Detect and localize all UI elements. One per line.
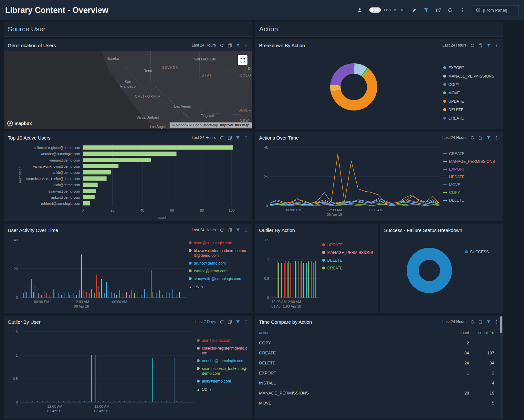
user-icon[interactable] [357,8,362,13]
refresh-icon[interactable] [220,228,224,232]
time-range-button[interactable]: Last 24 Hours [442,135,466,140]
legend-marker [197,339,200,342]
geo-map[interactable]: EurekaSalt Lake CityRenoNEVADASanFrancis… [4,51,252,129]
filter-icon[interactable] [236,228,240,232]
copy-icon[interactable] [228,136,232,140]
filter-icon[interactable] [236,320,240,324]
legend-marker [322,243,325,246]
table-row: CREATE84107 [259,348,494,358]
copy-icon[interactable] [478,136,483,140]
legend-prev-icon[interactable]: ▲ [197,388,200,391]
copy-icon[interactable] [228,320,232,324]
legend-item[interactable]: UPDATE [443,99,499,104]
legend-item[interactable]: CREATE [443,152,497,156]
legend-item[interactable]: UPDATE [443,175,497,180]
filter-icon[interactable] [236,43,240,47]
legend-item[interactable]: anusha@sumologic.com [197,359,248,363]
refresh-icon[interactable] [448,8,453,13]
filter-icon[interactable] [236,136,240,140]
table-row: COPY2 [259,338,494,348]
svg-text:48: 48 [264,146,268,150]
copy-icon[interactable] [478,43,483,47]
time-range-button[interactable]: Last 24 Hours [442,320,466,324]
time-range-selector[interactable]: [From Panel] [472,5,519,15]
legend-item[interactable]: alok@demo.com [197,379,248,384]
legend-item[interactable]: COPY [443,190,497,195]
copy-icon[interactable] [478,320,483,324]
share-icon[interactable] [436,8,441,13]
kebab-menu-icon[interactable] [495,136,499,140]
legend-item[interactable]: alan@demo.com [197,338,248,343]
column-header[interactable]: action [259,331,440,335]
legend-item[interactable]: MANAGE_PERMISSIONS [443,159,497,164]
legend-item[interactable]: SUCCESS [465,250,497,255]
refresh-icon[interactable] [220,136,224,140]
filter-icon[interactable] [487,320,491,324]
legend-next-icon[interactable]: ▼ [209,388,212,391]
legend-item[interactable]: CREATE [443,116,499,121]
expand-map-button[interactable] [238,55,247,65]
edit-pencil-icon[interactable] [412,8,417,13]
legend-item[interactable]: rsafaie@demo.com [189,269,247,274]
kebab-menu-icon[interactable] [495,320,499,324]
legend-marker [443,75,446,78]
copy-icon[interactable] [228,228,232,232]
time-range-button[interactable]: Last 7 Days [195,320,216,324]
live-mode-toggle[interactable] [369,7,381,13]
legend-item[interactable]: DELETE [322,258,374,263]
refresh-icon[interactable] [470,43,475,47]
legend-item[interactable]: EXPORT [443,167,497,172]
time-range-button[interactable]: Last 24 Hours [442,43,466,47]
legend-item[interactable]: DELETE [443,198,497,203]
legend-item[interactable]: COPY [443,82,499,87]
kebab-menu-icon[interactable] [460,8,465,13]
time-range-button[interactable]: Last 24 Hours [192,135,216,140]
page-title: Library Content - Overview [5,5,109,15]
legend-item[interactable]: MANAGE_PERMISSIONS [322,250,374,255]
actions-over-time-legend: CREATEMANAGE_PERMISSIONSEXPORTUPDATEMOVE… [443,144,497,221]
svg-text:60: 60 [170,208,174,212]
legend-item[interactable]: blazar+nitedemoadmin_notmulti@demo.com [189,248,247,258]
legend-item[interactable]: UPDATE [322,243,374,247]
kebab-menu-icon[interactable] [244,320,248,324]
legend-prev-icon[interactable]: ▲ [189,285,192,289]
column-header[interactable]: _count [440,331,469,335]
user-activity-chart: 0204006:00 PM12:00 AM06 Apr 1806:00 AM [8,236,189,312]
legend-item[interactable]: bruno@demo.com [189,261,247,266]
scrollbar-thumb[interactable] [500,316,502,333]
copy-icon[interactable] [228,43,232,47]
legend-item[interactable]: MANAGE_PERMISSIONS [443,74,499,79]
column-header[interactable]: _count_1d [469,331,494,335]
refresh-icon[interactable] [470,136,475,140]
legend-marker [443,161,447,162]
table-scrollbar[interactable] [500,316,503,419]
panel-title: Actions Over Time [259,135,299,141]
legend-item[interactable]: DELETE [443,108,499,112]
legend-item[interactable]: collector-register@demo.com [197,346,248,356]
kebab-menu-icon[interactable] [244,43,248,47]
legend-item[interactable]: stacy+nite@sumologic.com [189,277,247,281]
legend-item[interactable]: MOVE [443,183,497,187]
svg-text:80: 80 [200,208,204,212]
filter-icon[interactable] [487,136,491,140]
filter-icon[interactable] [487,43,491,47]
filter-icon[interactable] [424,8,429,13]
kebab-menu-icon[interactable] [495,43,499,47]
time-range-button[interactable]: Last 24 Hours [192,43,216,47]
legend-next-icon[interactable]: ▼ [201,285,204,289]
kebab-menu-icon[interactable] [244,136,248,140]
legend-item[interactable]: MOVE [443,91,499,96]
legend-item[interactable]: EXPORT [443,66,499,70]
refresh-icon[interactable] [470,320,475,324]
legend-item[interactable]: searchservice_test+nite@demo.com [197,366,248,376]
kebab-menu-icon[interactable] [244,228,248,232]
legend-item[interactable]: ayan@sumologic.com [189,241,247,246]
mapbox-logo[interactable]: mapbox [7,121,32,126]
legend-item[interactable]: CREATE [322,266,374,271]
improve-map-link[interactable]: Improve this map [220,123,249,127]
refresh-icon[interactable] [220,320,224,324]
refresh-icon[interactable] [220,43,224,47]
time-range-button[interactable]: Last 24 Hours [192,228,216,232]
legend-marker [465,250,468,253]
svg-text:0: 0 [266,204,268,208]
